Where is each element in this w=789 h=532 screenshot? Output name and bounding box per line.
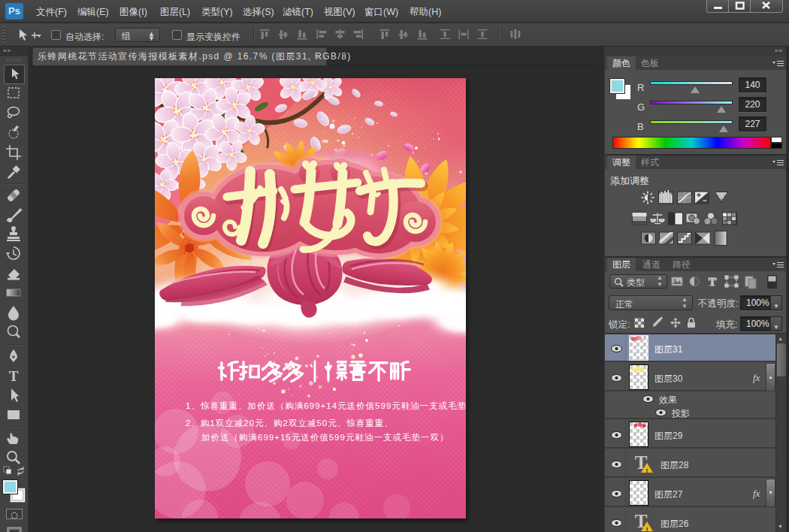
svg-text:T: T	[709, 276, 716, 288]
svg-text:T: T	[9, 368, 19, 384]
